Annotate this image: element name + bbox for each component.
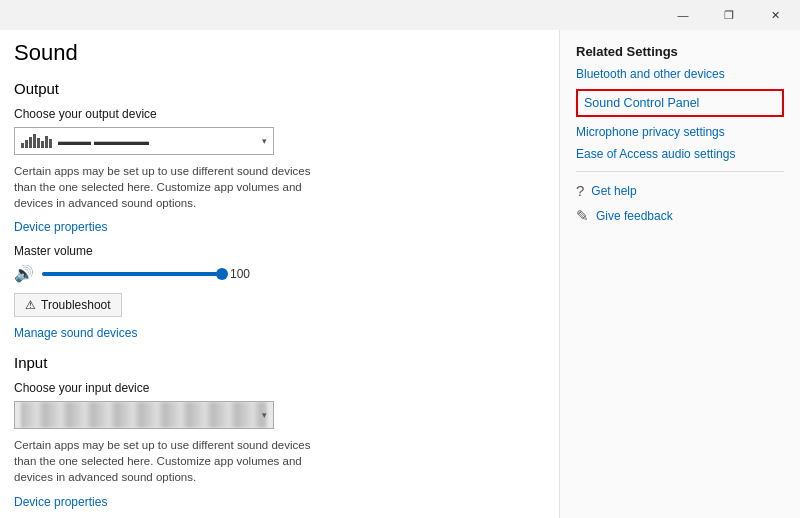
left-panel: Sound Output Choose your output device ▬… (0, 30, 560, 518)
close-button[interactable]: ✕ (752, 0, 798, 30)
ease-of-access-link[interactable]: Ease of Access audio settings (576, 147, 784, 161)
title-bar: — ❐ ✕ (0, 0, 800, 30)
input-description: Certain apps may be set up to use differ… (14, 437, 334, 485)
give-feedback-icon: ✎ (576, 207, 589, 225)
input-device-label: Choose your input device (14, 381, 539, 395)
master-volume-value: 100 (230, 267, 258, 281)
minimize-button[interactable]: — (660, 0, 706, 30)
right-panel: Related Settings Bluetooth and other dev… (560, 30, 800, 518)
output-manage-sound-devices-link[interactable]: Manage sound devices (14, 326, 137, 340)
master-volume-slider[interactable] (42, 272, 222, 276)
input-device-dropdown[interactable]: ▾ (14, 401, 274, 429)
bluetooth-devices-link[interactable]: Bluetooth and other devices (576, 67, 784, 81)
right-panel-divider (576, 171, 784, 172)
output-device-properties-link[interactable]: Device properties (14, 220, 107, 234)
output-troubleshoot-button[interactable]: ⚠ Troubleshoot (14, 293, 122, 317)
main-content: Sound Output Choose your output device ▬… (0, 30, 800, 518)
output-description: Certain apps may be set up to use differ… (14, 163, 334, 211)
related-settings-title: Related Settings (576, 44, 784, 59)
sound-control-panel-link[interactable]: Sound Control Panel (576, 89, 784, 117)
give-feedback-label: Give feedback (596, 209, 673, 223)
input-dropdown-arrow: ▾ (262, 410, 267, 420)
get-help-label: Get help (591, 184, 636, 198)
master-volume-label: Master volume (14, 244, 539, 258)
output-troubleshoot-label: Troubleshoot (41, 298, 111, 312)
output-device-text: ▬▬▬ ▬▬▬▬▬ (58, 135, 262, 147)
output-device-dropdown[interactable]: ▬▬▬ ▬▬▬▬▬ ▾ (14, 127, 274, 155)
give-feedback-item[interactable]: ✎ Give feedback (576, 207, 784, 225)
get-help-item[interactable]: ? Get help (576, 182, 784, 199)
get-help-icon: ? (576, 182, 584, 199)
warning-icon: ⚠ (25, 298, 36, 312)
output-dropdown-arrow: ▾ (262, 136, 267, 146)
input-device-properties-link[interactable]: Device properties (14, 495, 107, 509)
output-device-icon (21, 134, 52, 148)
restore-button[interactable]: ❐ (706, 0, 752, 30)
page-title: Sound (14, 40, 539, 66)
output-section-title: Output (14, 80, 539, 97)
volume-icon: 🔊 (14, 264, 34, 283)
microphone-privacy-link[interactable]: Microphone privacy settings (576, 125, 784, 139)
input-section-title: Input (14, 354, 539, 371)
title-bar-controls: — ❐ ✕ (660, 0, 798, 30)
output-device-label: Choose your output device (14, 107, 539, 121)
master-volume-row: 🔊 100 (14, 264, 539, 283)
